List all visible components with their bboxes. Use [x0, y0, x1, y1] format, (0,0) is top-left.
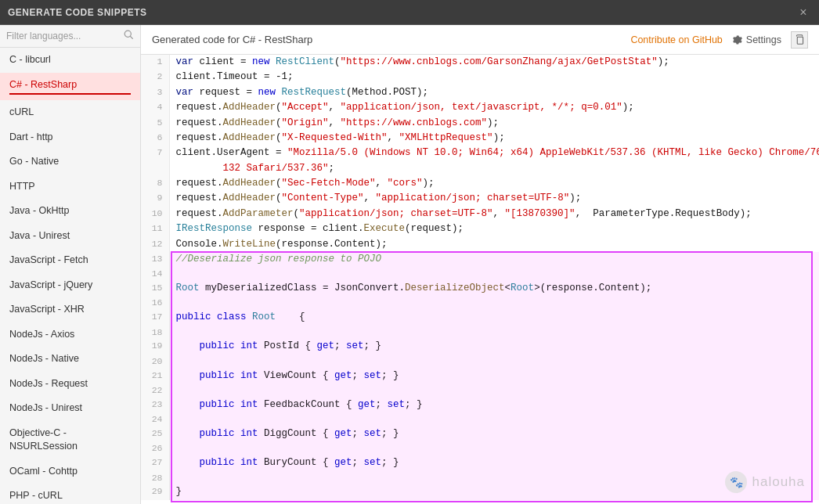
line-code: public int DiggCount { get; set; } — [169, 427, 819, 441]
sidebar-item[interactable]: NodeJs - Native — [0, 347, 140, 372]
line-number: 1 — [141, 55, 169, 70]
line-number: 20 — [141, 355, 169, 369]
line-code: request.AddHeader("Content-Type", "appli… — [169, 191, 819, 206]
table-row: 8request.AddHeader("Sec-Fetch-Mode", "co… — [141, 176, 819, 191]
code-container[interactable]: 1var client = new RestClient("https://ww… — [141, 55, 819, 504]
line-number: 22 — [141, 383, 169, 398]
line-code: request.AddHeader("X-Requested-With", "X… — [169, 131, 819, 146]
table-row: 12Console.WriteLine(response.Content); — [141, 237, 819, 252]
table-row: 11IRestResponse response = client.Execut… — [141, 221, 819, 236]
line-code: public class Root { — [169, 310, 819, 325]
line-number: 7 — [141, 146, 169, 176]
line-number: 29 — [141, 484, 169, 499]
line-code: public int FeedbackCount { get; set; } — [169, 398, 819, 412]
line-number: 10 — [141, 207, 169, 221]
line-number: 8 — [141, 176, 169, 191]
sidebar-item[interactable]: Go - Native — [0, 149, 140, 175]
search-input[interactable] — [6, 31, 124, 41]
table-row: 22 — [141, 383, 819, 398]
gear-icon — [732, 34, 743, 45]
table-row: 26 — [141, 441, 819, 455]
title-bar-title: GENERATE CODE SNIPPETS — [8, 7, 146, 18]
line-number: 26 — [141, 441, 169, 455]
line-number: 28 — [141, 471, 169, 485]
sidebar-item[interactable]: JavaScript - XHR — [0, 297, 140, 322]
table-row: 19 public int PostId { get; set; } — [141, 339, 819, 354]
sidebar-item[interactable]: C# - RestSharp — [0, 73, 140, 101]
line-code — [169, 441, 819, 455]
line-code — [169, 326, 819, 340]
sidebar-item[interactable]: NodeJs - Unirest — [0, 396, 140, 421]
line-number: 27 — [141, 455, 169, 470]
content-area: Generated code for C# - RestSharp Contri… — [141, 25, 819, 504]
line-number: 13 — [141, 252, 169, 267]
header-actions: Contribute on GitHub Settings — [630, 31, 808, 49]
content-header: Generated code for C# - RestSharp Contri… — [141, 25, 819, 55]
line-number: 12 — [141, 237, 169, 252]
settings-button[interactable]: Settings — [732, 34, 781, 45]
code-table: 1var client = new RestClient("https://ww… — [141, 55, 819, 500]
table-row: 17public class Root { — [141, 310, 819, 325]
line-number: 14 — [141, 267, 169, 281]
line-code — [169, 412, 819, 427]
table-row: 13//Deserialize json response to POJO — [141, 252, 819, 267]
table-row: 5request.AddHeader("Origin", "https://ww… — [141, 116, 819, 131]
line-code — [169, 267, 819, 281]
sidebar-item[interactable]: HTTP — [0, 175, 140, 200]
line-code: var request = new RestRequest(Method.POS… — [169, 85, 819, 100]
sidebar-item[interactable]: Java - Unirest — [0, 224, 140, 249]
line-number: 9 — [141, 191, 169, 206]
line-code: IRestResponse response = client.Execute(… — [169, 221, 819, 236]
table-row: 16 — [141, 296, 819, 310]
line-number: 16 — [141, 296, 169, 310]
sidebar-item[interactable]: JavaScript - Fetch — [0, 248, 140, 273]
line-code — [169, 355, 819, 369]
table-row: 2client.Timeout = -1; — [141, 70, 819, 85]
sidebar-item[interactable]: cURL — [0, 100, 140, 125]
sidebar-item[interactable]: OCaml - Cohttp — [0, 459, 140, 484]
sidebar-item[interactable]: C - libcurl — [0, 48, 140, 73]
line-number: 2 — [141, 70, 169, 85]
table-row: 20 — [141, 355, 819, 369]
line-code: public int ViewCount { get; set; } — [169, 369, 819, 383]
svg-rect-2 — [797, 37, 803, 44]
copy-button[interactable] — [791, 31, 808, 49]
table-row: 3var request = new RestRequest(Method.PO… — [141, 85, 819, 100]
line-code: request.AddHeader("Origin", "https://www… — [169, 116, 819, 131]
search-icon — [124, 30, 134, 42]
line-code: var client = new RestClient("https://www… — [169, 55, 819, 70]
table-row: 1var client = new RestClient("https://ww… — [141, 55, 819, 70]
close-button[interactable]: × — [796, 5, 811, 20]
table-row: 18 — [141, 326, 819, 340]
sidebar-search-bar — [0, 25, 140, 48]
table-row: 14 — [141, 267, 819, 281]
settings-label: Settings — [746, 34, 781, 45]
line-number: 23 — [141, 398, 169, 412]
table-row: 28 — [141, 471, 819, 485]
line-code: request.AddHeader("Sec-Fetch-Mode", "cor… — [169, 176, 819, 191]
line-code: Root myDeserializedClass = JsonConvert.D… — [169, 281, 819, 296]
table-row: 9request.AddHeader("Content-Type", "appl… — [141, 191, 819, 206]
line-number: 25 — [141, 427, 169, 441]
sidebar-item[interactable]: PHP - cURL — [0, 484, 140, 504]
table-row: 27 public int BuryCount { get; set; } — [141, 455, 819, 470]
sidebar-item[interactable]: JavaScript - jQuery — [0, 273, 140, 298]
table-row: 6request.AddHeader("X-Requested-With", "… — [141, 131, 819, 146]
table-row: 29} — [141, 484, 819, 499]
github-link[interactable]: Contribute on GitHub — [630, 34, 722, 45]
copy-icon — [795, 34, 805, 45]
language-list: C - libcurlC# - RestSharpcURLDart - http… — [0, 48, 140, 504]
sidebar: C - libcurlC# - RestSharpcURLDart - http… — [0, 25, 141, 504]
sidebar-item[interactable]: NodeJs - Axios — [0, 322, 140, 347]
line-code: client.Timeout = -1; — [169, 70, 819, 85]
line-code: request.AddHeader("Accept", "application… — [169, 100, 819, 115]
sidebar-item[interactable]: Dart - http — [0, 125, 140, 150]
line-number: 6 — [141, 131, 169, 146]
sidebar-item[interactable]: Java - OkHttp — [0, 199, 140, 224]
line-number: 15 — [141, 281, 169, 296]
sidebar-item[interactable]: NodeJs - Request — [0, 372, 140, 397]
sidebar-item[interactable]: Objective-C - NSURLSession — [0, 421, 140, 459]
main-layout: C - libcurlC# - RestSharpcURLDart - http… — [0, 25, 819, 504]
line-code: public int PostId { get; set; } — [169, 339, 819, 354]
line-number: 5 — [141, 116, 169, 131]
